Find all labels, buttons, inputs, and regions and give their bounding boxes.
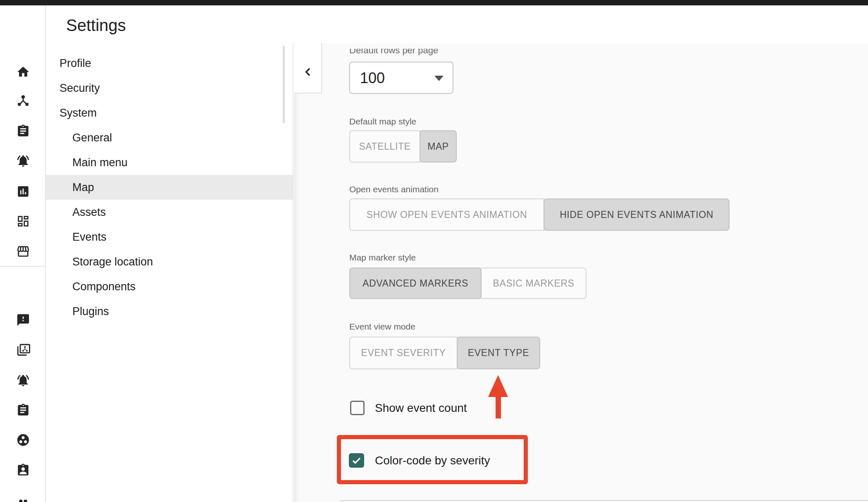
nav-item-map[interactable]: Map: [46, 175, 293, 200]
dashboard-icon[interactable]: [16, 214, 30, 228]
storefront-icon[interactable]: [16, 244, 30, 258]
toggle-option-advanced-markers[interactable]: ADVANCED MARKERS: [349, 268, 482, 299]
rows-per-page-select[interactable]: 100: [349, 62, 453, 94]
nav-scrollbar-thumb[interactable]: [283, 45, 285, 123]
settings-content: Default rows per page 100 Default map st…: [294, 43, 868, 502]
media-hub-icon[interactable]: [16, 343, 30, 357]
top-black-bar: [0, 0, 868, 5]
event-view-mode-toggle: EVENT SEVERITY EVENT TYPE: [349, 337, 540, 369]
analytics-icon[interactable]: [16, 184, 30, 198]
panel-shadow: [294, 43, 300, 502]
show-event-count-checkbox[interactable]: [350, 401, 365, 415]
feedback-icon[interactable]: [16, 313, 30, 327]
annotation-highlight-box: [337, 435, 528, 484]
clipboard-icon-2[interactable]: [16, 403, 30, 417]
rail-divider: [0, 266, 45, 267]
map-marker-style-toggle: ADVANCED MARKERS BASIC MARKERS: [349, 268, 587, 299]
app-header: Settings: [0, 5, 868, 44]
nav-item-security[interactable]: Security: [46, 76, 293, 100]
nav-item-assets[interactable]: Assets: [46, 200, 293, 225]
toggle-option-event-type[interactable]: EVENT TYPE: [457, 337, 540, 369]
nav-item-events[interactable]: Events: [46, 225, 293, 249]
toggle-option-hide-open-events[interactable]: HIDE OPEN EVENTS ANIMATION: [544, 198, 730, 231]
nav-item-components[interactable]: Components: [46, 274, 293, 299]
people-icon[interactable]: [16, 497, 30, 502]
toggle-option-show-open-events[interactable]: SHOW OPEN EVENTS ANIMATION: [349, 198, 544, 231]
map-marker-style-label: Map marker style: [349, 252, 416, 263]
device-hub-icon[interactable]: [16, 93, 30, 108]
assignment-person-icon[interactable]: [16, 463, 30, 477]
nav-item-plugins[interactable]: Plugins: [46, 299, 293, 324]
chevron-left-icon: [301, 65, 314, 79]
toggle-option-event-severity[interactable]: EVENT SEVERITY: [349, 337, 458, 369]
group-work-icon[interactable]: [16, 433, 30, 447]
icon-rail: [0, 5, 46, 502]
open-events-animation-toggle: SHOW OPEN EVENTS ANIMATION HIDE OPEN EVE…: [349, 198, 730, 231]
rows-per-page-label: Default rows per page: [349, 49, 548, 57]
nav-item-main-menu[interactable]: Main menu: [46, 150, 293, 175]
map-style-label: Default map style: [349, 116, 416, 127]
page-title: Settings: [66, 5, 126, 43]
home-icon[interactable]: [16, 65, 30, 79]
toggle-option-map[interactable]: MAP: [420, 130, 457, 163]
show-event-count-label[interactable]: Show event count: [375, 401, 467, 416]
notifications-icon-2[interactable]: [16, 373, 30, 387]
nav-item-general[interactable]: General: [46, 125, 293, 150]
open-events-animation-label: Open events animation: [349, 184, 439, 195]
rows-per-page-label-clip: Default rows per page: [349, 49, 548, 60]
toggle-option-satellite[interactable]: SATELLITE: [349, 130, 420, 163]
settings-nav: Profile Security System General Main men…: [46, 43, 293, 502]
clipboard-icon[interactable]: [16, 124, 30, 138]
section-divider: [340, 500, 868, 501]
annotation-arrow-stem: [496, 396, 501, 418]
rows-per-page-value: 100: [360, 62, 385, 93]
nav-item-storage-location[interactable]: Storage location: [46, 249, 293, 274]
dropdown-arrow-icon: [434, 76, 444, 81]
sidebar-collapse-button[interactable]: [294, 43, 322, 93]
notifications-icon[interactable]: [16, 154, 30, 168]
map-style-toggle: SATELLITE MAP: [349, 130, 457, 163]
nav-item-system[interactable]: System: [46, 100, 293, 125]
nav-item-profile[interactable]: Profile: [46, 51, 293, 76]
toggle-option-basic-markers[interactable]: BASIC MARKERS: [481, 268, 587, 299]
event-view-mode-label: Event view mode: [349, 321, 415, 332]
annotation-arrow-head: [488, 375, 508, 397]
